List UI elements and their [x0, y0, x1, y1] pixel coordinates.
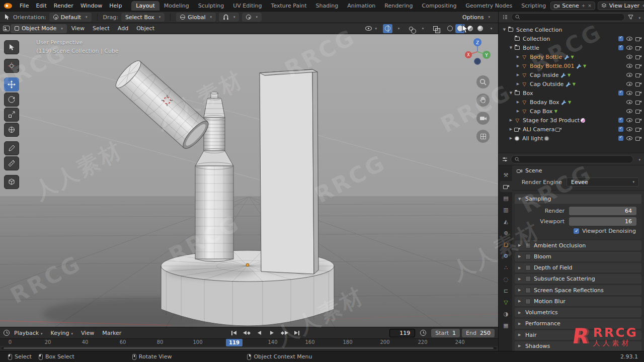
- tab-render-properties[interactable]: [500, 181, 512, 192]
- section-motion-blur[interactable]: ▶Motion Blur: [515, 297, 641, 306]
- menu-object[interactable]: Object: [133, 24, 158, 33]
- disable-render-icon[interactable]: [635, 64, 641, 68]
- viewport-canvas[interactable]: User Perspective (119) Scene Collection …: [0, 34, 498, 327]
- tool-3d-cursor-button[interactable]: [4, 59, 19, 73]
- current-frame-field[interactable]: 119: [389, 329, 415, 337]
- tab-object-data-properties[interactable]: ▽: [500, 297, 512, 308]
- hide-viewport-icon[interactable]: [626, 55, 632, 59]
- mode-dropdown[interactable]: Object Mode: [11, 24, 67, 33]
- ortho-grid-icon[interactable]: [476, 130, 490, 143]
- workspace-tab-layout[interactable]: Layout: [131, 1, 159, 11]
- tool-move-button[interactable]: [4, 77, 19, 92]
- viewport-samples-field[interactable]: 16: [569, 217, 636, 226]
- section-ambient-occlusion[interactable]: ▶Ambient Occlusion: [515, 240, 641, 250]
- xray-toggle[interactable]: [431, 24, 441, 33]
- hide-viewport-icon[interactable]: [626, 46, 632, 50]
- options-dropdown[interactable]: Options: [458, 13, 494, 22]
- outliner-row[interactable]: ▶ALI Camera: [499, 125, 644, 134]
- timeline-ruler[interactable]: 0 20 40 60 80 100 140 160 180 200 220 24…: [0, 338, 498, 346]
- disable-render-icon[interactable]: [635, 109, 641, 114]
- tool-scale-button[interactable]: [4, 108, 19, 122]
- section-checkbox[interactable]: [525, 288, 531, 293]
- snapping-dropdown[interactable]: [219, 13, 239, 22]
- timeline-scrollbar[interactable]: [2, 347, 497, 349]
- hide-viewport-icon[interactable]: [626, 37, 632, 41]
- section-screen-space-reflections[interactable]: ▶Screen Space Reflections: [515, 285, 641, 295]
- tab-physics-properties[interactable]: ◌: [500, 274, 512, 285]
- menu-edit[interactable]: Edit: [32, 1, 50, 11]
- workspace-tab-scripting[interactable]: Scripting: [517, 1, 550, 11]
- filter-icon[interactable]: [628, 15, 633, 20]
- orientation-dropdown[interactable]: Default: [49, 13, 92, 22]
- tab-world-properties[interactable]: ⊕: [500, 227, 512, 238]
- play-reverse-button[interactable]: [254, 329, 264, 337]
- blender-logo-icon[interactable]: [4, 3, 12, 9]
- menu-render[interactable]: Render: [50, 1, 77, 11]
- shading-dropdown[interactable]: [486, 24, 495, 33]
- new-view-layer-button[interactable]: +: [642, 3, 644, 8]
- workspace-tab-animation[interactable]: Animation: [343, 1, 380, 11]
- preview-range-icon[interactable]: [420, 330, 426, 336]
- workspace-tab-uv-editing[interactable]: UV Editing: [228, 1, 266, 11]
- properties-search-input[interactable]: [511, 155, 633, 163]
- exclude-checkbox[interactable]: [618, 118, 623, 123]
- start-frame-field[interactable]: Start1: [431, 329, 460, 337]
- properties-editor-icon[interactable]: [502, 157, 508, 162]
- scrollbar-handle[interactable]: [4, 347, 494, 349]
- playhead-frame-badge[interactable]: 119: [226, 339, 243, 346]
- outliner-row[interactable]: ▼Bottle: [499, 43, 644, 52]
- shading-rendered-button[interactable]: [475, 24, 485, 33]
- workspace-tab-geometry-nodes[interactable]: Geometry Nodes: [461, 1, 517, 11]
- scene-selector[interactable]: Scene + ×: [550, 2, 595, 10]
- workspace-tab-sculpting[interactable]: Sculpting: [194, 1, 228, 11]
- tool-annotate-button[interactable]: [4, 141, 19, 155]
- outliner-row[interactable]: ▶All light: [499, 134, 644, 143]
- outliner-editor-icon[interactable]: [502, 15, 508, 20]
- outliner-row[interactable]: ▶▽Cap Box▼: [499, 107, 644, 116]
- tab-view-layer-properties[interactable]: ▥: [500, 204, 512, 215]
- outliner-row[interactable]: ▼Scene Collection: [499, 25, 644, 34]
- hide-viewport-icon[interactable]: [626, 82, 632, 86]
- section-bloom[interactable]: ▶Bloom: [515, 252, 641, 261]
- workspace-tab-modeling[interactable]: Modeling: [159, 1, 194, 11]
- keying-menu[interactable]: Keying: [47, 328, 76, 338]
- next-keyframe-button[interactable]: [279, 329, 289, 337]
- section-checkbox[interactable]: [525, 254, 531, 259]
- workspace-tab-shading[interactable]: Shading: [311, 1, 343, 11]
- show-overlays-toggle[interactable]: [407, 24, 417, 33]
- tab-object-properties[interactable]: ◻: [500, 239, 512, 250]
- disable-render-icon[interactable]: [635, 91, 641, 96]
- tab-scene-properties[interactable]: ◭: [500, 216, 512, 227]
- workspace-tab-texture-paint[interactable]: Texture Paint: [267, 1, 311, 11]
- playback-menu[interactable]: Playback: [11, 328, 46, 338]
- timeline-editor-icon[interactable]: [4, 330, 10, 336]
- tab-material-properties[interactable]: ◑: [500, 308, 512, 319]
- disable-render-icon[interactable]: [635, 55, 641, 59]
- outliner-options-caret[interactable]: [636, 14, 640, 21]
- tab-tool-properties[interactable]: ⚒: [500, 169, 512, 180]
- pan-hand-icon[interactable]: [476, 94, 490, 107]
- transform-orientation-dropdown[interactable]: Global: [176, 13, 216, 22]
- shading-material-button[interactable]: [465, 24, 475, 33]
- disable-render-icon[interactable]: [635, 127, 641, 132]
- workspace-tab-compositing[interactable]: Compositing: [418, 1, 461, 11]
- object-type-visibility-dropdown[interactable]: [364, 24, 378, 33]
- prev-keyframe-button[interactable]: [242, 329, 252, 337]
- end-frame-field[interactable]: End250: [462, 329, 495, 337]
- shading-solid-button[interactable]: [455, 24, 465, 33]
- render-samples-field[interactable]: 64: [569, 207, 636, 215]
- hide-viewport-icon[interactable]: [626, 73, 632, 77]
- hide-viewport-icon[interactable]: [626, 100, 632, 104]
- section-checkbox[interactable]: [525, 265, 531, 270]
- outliner-row[interactable]: ▶▽Cap Outside▼: [499, 79, 644, 88]
- tab-constraints-properties[interactable]: ⊏: [500, 285, 512, 296]
- gizmo-dropdown[interactable]: [393, 24, 403, 33]
- section-checkbox[interactable]: [525, 299, 531, 304]
- outliner-row[interactable]: ▼Box: [499, 88, 644, 98]
- tool-select-box-button[interactable]: [4, 40, 19, 54]
- menu-view[interactable]: View: [68, 24, 88, 33]
- timeline-view-menu[interactable]: View: [77, 328, 98, 338]
- tool-add-cube-button[interactable]: [4, 175, 19, 189]
- new-scene-button[interactable]: +: [582, 3, 586, 8]
- section-checkbox[interactable]: [525, 243, 531, 248]
